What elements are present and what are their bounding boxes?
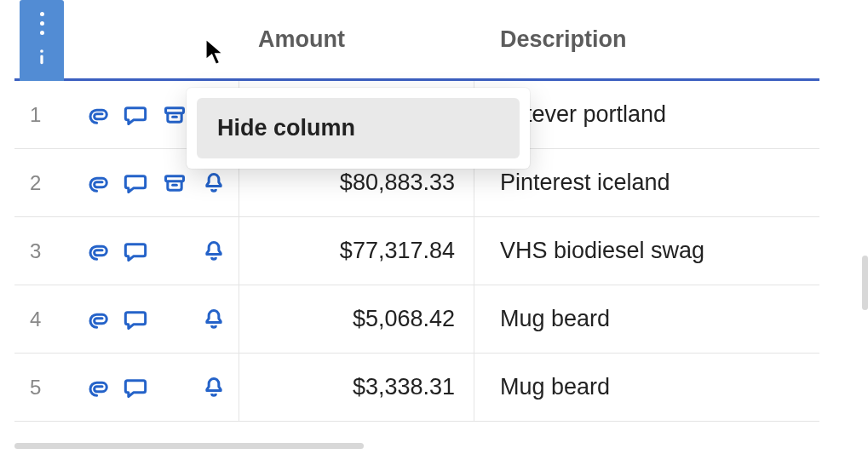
column-context-menu: Hide column [187, 88, 530, 169]
row-number: 1 [14, 103, 71, 127]
column-menu-handle[interactable] [20, 0, 64, 81]
chat-icon[interactable] [124, 103, 147, 127]
horizontal-scrollbar[interactable] [14, 443, 364, 449]
row-number: 3 [14, 239, 71, 263]
hide-column-menu-item[interactable]: Hide column [197, 98, 520, 158]
description-cell: Pinterest iceland [474, 170, 819, 196]
data-table: Amount Description 1 hatever portland 2 [14, 0, 819, 460]
amount-cell: $77,317.84 [239, 217, 474, 285]
attachment-icon[interactable] [84, 376, 108, 400]
amount-column-header[interactable]: Amount [239, 0, 474, 78]
chat-icon[interactable] [124, 376, 147, 400]
info-icon [30, 45, 54, 69]
vertical-scrollbar[interactable] [862, 256, 868, 310]
bell-icon[interactable] [202, 239, 226, 263]
bell-icon[interactable] [202, 376, 226, 400]
archive-icon[interactable] [163, 103, 187, 127]
row-number: 4 [14, 308, 71, 331]
attachment-icon[interactable] [84, 239, 108, 263]
archive-icon[interactable] [163, 171, 187, 195]
indicators-column-header [71, 0, 239, 78]
more-vertical-icon [40, 12, 44, 35]
row-number: 2 [14, 171, 71, 195]
table-header-row: Amount Description [14, 0, 819, 81]
attachment-icon[interactable] [84, 103, 108, 127]
chat-icon[interactable] [124, 308, 147, 331]
description-cell: VHS biodiesel swag [474, 238, 819, 264]
table-row[interactable]: 3 $77,317.84 VHS biodiesel swag [14, 217, 819, 285]
table-row[interactable]: 4 $5,068.42 Mug beard [14, 285, 819, 354]
bell-icon[interactable] [202, 308, 226, 331]
description-column-header[interactable]: Description [474, 0, 819, 78]
description-cell: Mug beard [474, 306, 819, 332]
bell-icon[interactable] [202, 171, 226, 195]
attachment-icon[interactable] [84, 171, 108, 195]
row-indicators [71, 285, 239, 353]
row-number: 5 [14, 376, 71, 400]
amount-cell: $5,068.42 [239, 285, 474, 353]
description-cell: Mug beard [474, 374, 819, 400]
table-row[interactable]: 5 $3,338.31 Mug beard [14, 354, 819, 422]
chat-icon[interactable] [124, 171, 147, 195]
amount-cell: $3,338.31 [239, 354, 474, 421]
row-indicators [71, 354, 239, 421]
chat-icon[interactable] [124, 239, 147, 263]
attachment-icon[interactable] [84, 308, 108, 331]
row-indicators [71, 217, 239, 285]
